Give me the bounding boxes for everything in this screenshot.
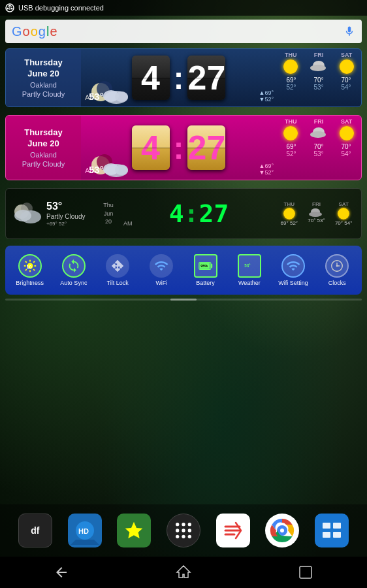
sun-icon-3-thu: [283, 208, 295, 220]
widget-2-temp: 53°: [89, 164, 104, 176]
widget-1-condition: Partly Cloudy: [11, 90, 76, 98]
widget-2-colon: :: [174, 130, 184, 166]
qs-tiltlock[interactable]: Tilt Lock: [98, 254, 137, 286]
battery-icon: 95%: [194, 254, 217, 278]
dock-hd-widgets[interactable]: HD: [68, 514, 102, 547]
scroll-indicator: [5, 299, 362, 301]
widget-3-date: ThuJun20: [95, 201, 122, 226]
svg-text:95%: 95%: [200, 264, 208, 268]
widget-3-forecast: THU 69° 52° FRI 70° 53° SAT 70° 54°: [276, 200, 357, 227]
widget-1-temp-fri: 70° 53°: [313, 76, 323, 91]
widget-3-forecast-days: THU 69° 52° FRI 70° 53° SAT 70° 54°: [276, 200, 357, 227]
widget-1-temps: 69° 52° 70° 53° 70° 54°: [276, 75, 361, 93]
svg-rect-61: [323, 532, 330, 538]
svg-line-22: [25, 261, 26, 263]
svg-point-47: [176, 535, 179, 538]
nav-home-button[interactable]: [167, 561, 200, 584]
svg-rect-28: [210, 264, 212, 268]
svg-point-1: [7, 8, 9, 10]
dock: df HD: [0, 504, 367, 557]
widget-3-fri: FRI 70° 53°: [308, 201, 325, 226]
widget-2-temp-sat: 70° 54°: [341, 143, 351, 157]
svg-line-23: [33, 269, 35, 270]
widget-2-day: Thursday: [11, 127, 76, 139]
widget-1-hour: 4: [132, 56, 170, 100]
widget-3-date-label: ThuJun20: [103, 201, 114, 226]
quick-settings-bar: 10 Brightness Auto Sync Tilt Lock WiFi: [5, 246, 362, 295]
search-bar[interactable]: Google: [5, 20, 362, 43]
clock-icon: [325, 254, 349, 278]
svg-rect-58: [320, 519, 343, 542]
widget-1-minute: 27: [187, 56, 225, 100]
widget-2-day-thu: THU: [283, 118, 298, 140]
svg-text:10: 10: [26, 264, 31, 270]
widget-2-day-sat: SAT: [340, 118, 354, 140]
widget-3-temp: 53°: [46, 201, 91, 212]
svg-point-45: [182, 529, 185, 532]
widget-3-clock: AM 4:27: [126, 199, 272, 228]
dock-chrome[interactable]: [265, 514, 299, 547]
widget-1-temp-sat: 70° 54°: [341, 76, 351, 91]
brightness-icon: 10: [18, 254, 42, 278]
scroll-thumb: [170, 299, 197, 301]
svg-point-44: [176, 529, 179, 532]
qs-wifi-setting-label: Wifi Setting: [278, 280, 308, 286]
svg-point-46: [188, 529, 191, 532]
svg-point-42: [182, 523, 185, 526]
weather-qs-icon: 53°: [238, 254, 261, 278]
qs-clocks[interactable]: Clocks: [317, 254, 357, 286]
status-bar-text: USB debugging connected: [18, 4, 104, 12]
microphone-icon[interactable]: [343, 25, 355, 37]
widget-1-forecast: THU FRI SAT 69° 52° 70° 53° 70°: [276, 49, 361, 106]
sync-icon: [62, 254, 86, 278]
widget-1-day-fri: FRI: [310, 52, 327, 74]
widget-3-time: 4:27: [169, 199, 229, 228]
qs-brightness[interactable]: 10 Brightness: [10, 254, 50, 286]
dock-bookmarks[interactable]: [117, 514, 151, 547]
widget-2-temps: 69° 52° 70° 53° 70° 54°: [276, 142, 361, 160]
widget-3-ampm: AM: [123, 220, 133, 227]
dock-df[interactable]: df: [18, 514, 52, 547]
qs-tiltlock-label: Tilt Lock: [107, 280, 129, 286]
widget-3-left: 53° Partly Cloudy +69° 52°: [46, 201, 91, 227]
qs-battery-label: Battery: [196, 280, 215, 286]
widget-3-sat: SAT 70° 54°: [335, 201, 352, 226]
svg-point-7: [115, 91, 128, 102]
nav-back-button[interactable]: [45, 561, 78, 584]
svg-line-25: [33, 261, 35, 263]
weather-widget-3: 53° Partly Cloudy +69° 52° ThuJun20 AM 4…: [5, 188, 362, 239]
svg-rect-63: [300, 566, 311, 578]
widget-3-condition: Partly Cloudy: [46, 213, 91, 220]
usb-icon: [5, 3, 14, 12]
nav-recent-button[interactable]: [289, 561, 322, 584]
widget-2-day-fri: FRI: [310, 118, 327, 140]
nav-bar: [0, 557, 367, 588]
weather-widget-2: Thursday June 20 Oakland Partly Cloudy A…: [5, 115, 362, 180]
widget-2-clock: AM 4 : 27 53° ▲69° ▼52°: [81, 116, 276, 180]
sun-icon-thu-2: [283, 126, 298, 140]
qs-battery[interactable]: 95% Battery: [186, 254, 225, 286]
svg-point-49: [188, 535, 191, 538]
sun-icon-thu: [283, 59, 298, 74]
widget-1-colon: :: [174, 60, 184, 96]
qs-autosync[interactable]: Auto Sync: [54, 254, 93, 286]
widget-3-cloud-icon: [10, 197, 42, 230]
qs-wifi[interactable]: WiFi: [142, 254, 181, 286]
widget-1-left: Thursday June 20 Oakland Partly Cloudy: [6, 49, 81, 106]
svg-point-43: [188, 523, 191, 526]
status-bar: USB debugging connected: [0, 0, 367, 16]
dock-apps[interactable]: [167, 514, 200, 547]
svg-text:53°: 53°: [244, 263, 251, 268]
qs-clocks-label: Clocks: [328, 280, 346, 286]
dock-arrow-launcher[interactable]: [216, 514, 250, 547]
qs-weather[interactable]: 53° Weather: [230, 254, 269, 286]
svg-rect-59: [323, 523, 330, 529]
widget-1-date: June 20: [11, 69, 76, 80]
dock-settings-panel[interactable]: [315, 514, 349, 547]
svg-point-16: [14, 210, 31, 221]
widget-2-hour: 4: [132, 125, 170, 170]
qs-wifi-setting[interactable]: Wifi Setting: [274, 254, 313, 286]
widget-2-flip-clock: 4 : 27: [132, 125, 226, 170]
widget-1-temp-thu: 69° 52°: [286, 76, 296, 91]
widget-2-temp-thu: 69° 52°: [286, 143, 296, 157]
